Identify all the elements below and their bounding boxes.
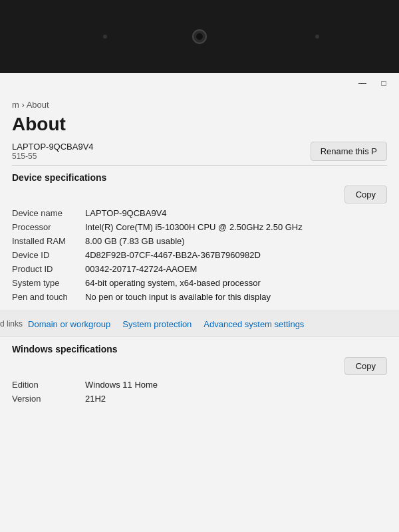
spec-label: Installed RAM [12, 234, 85, 248]
windows-specs-section: Windows specifications Copy Edition Wind… [0, 344, 399, 406]
table-row: Device ID 4D82F92B-07CF-4467-BB2A-367B79… [12, 248, 387, 262]
windows-specs-table: Edition Windows 11 Home Version 21H2 [12, 378, 387, 406]
related-link[interactable]: Domain or workgroup [28, 319, 110, 329]
device-name-row: LAPTOP-9QCBA9V4 515-55 Rename this P [12, 139, 387, 161]
spec-value: No pen or touch input is available for t… [85, 290, 387, 304]
window-chrome: — □ [0, 73, 399, 93]
spec-label: System type [12, 276, 85, 290]
spec-label: Version [12, 392, 85, 406]
device-copy-row: Copy [12, 186, 387, 203]
maximize-button[interactable]: □ [374, 76, 394, 90]
spec-value: 8.00 GB (7.83 GB usable) [85, 234, 387, 248]
main-content: m › About About LAPTOP-9QCBA9V4 515-55 R… [0, 93, 399, 304]
minimize-button[interactable]: — [352, 76, 372, 90]
spec-value: Intel(R) Core(TM) i5-10300H CPU @ 2.50GH… [85, 220, 387, 234]
spec-value: 4D82F92B-07CF-4467-BB2A-367B7960982D [85, 248, 387, 262]
device-copy-button[interactable]: Copy [344, 186, 387, 203]
spec-label: Processor [12, 220, 85, 234]
spec-value: 64-bit operating system, x64-based proce… [85, 276, 387, 290]
windows-copy-button[interactable]: Copy [344, 357, 387, 375]
device-specs-table: Device name LAPTOP-9QCBA9V4 Processor In… [12, 206, 387, 304]
spec-label: Device ID [12, 248, 85, 262]
table-row: Pen and touch No pen or touch input is a… [12, 290, 387, 304]
related-links-label: d links [0, 319, 23, 329]
spec-value: Windows 11 Home [85, 378, 387, 392]
table-row: Product ID 00342-20717-42724-AAOEM [12, 262, 387, 276]
spec-label: Product ID [12, 262, 85, 276]
device-model: 515-55 [12, 152, 94, 161]
table-row: Version 21H2 [12, 392, 387, 406]
related-link[interactable]: Advanced system settings [203, 319, 304, 329]
related-links-bar: d links Domain or workgroupSystem protec… [0, 311, 399, 337]
device-specs-header: Device specifications [12, 172, 387, 183]
device-info: LAPTOP-9QCBA9V4 515-55 [12, 142, 94, 161]
device-name: LAPTOP-9QCBA9V4 [12, 142, 94, 152]
spec-label: Device name [12, 206, 85, 220]
win-copy-row: Copy [12, 357, 387, 375]
rename-button[interactable]: Rename this P [311, 142, 387, 161]
page-title: About [12, 114, 387, 135]
table-row: Processor Intel(R) Core(TM) i5-10300H CP… [12, 220, 387, 234]
divider-1 [12, 165, 387, 166]
related-link[interactable]: System protection [122, 319, 192, 329]
spec-value: 00342-20717-42724-AAOEM [85, 262, 387, 276]
spec-label: Pen and touch [12, 290, 85, 304]
camera-lens [192, 29, 207, 44]
windows-specs-header: Windows specifications [12, 344, 387, 354]
table-row: Installed RAM 8.00 GB (7.83 GB usable) [12, 234, 387, 248]
camera-bar [0, 0, 399, 73]
table-row: Edition Windows 11 Home [12, 378, 387, 392]
table-row: Device name LAPTOP-9QCBA9V4 [12, 206, 387, 220]
camera-dot-right [315, 35, 319, 39]
spec-label: Edition [12, 378, 85, 392]
spec-value: LAPTOP-9QCBA9V4 [85, 206, 387, 220]
spec-value: 21H2 [85, 392, 387, 406]
breadcrumb-text: m › About [12, 100, 49, 110]
table-row: System type 64-bit operating system, x64… [12, 276, 387, 290]
camera-dot-left [103, 35, 107, 39]
breadcrumb: m › About [12, 93, 387, 114]
